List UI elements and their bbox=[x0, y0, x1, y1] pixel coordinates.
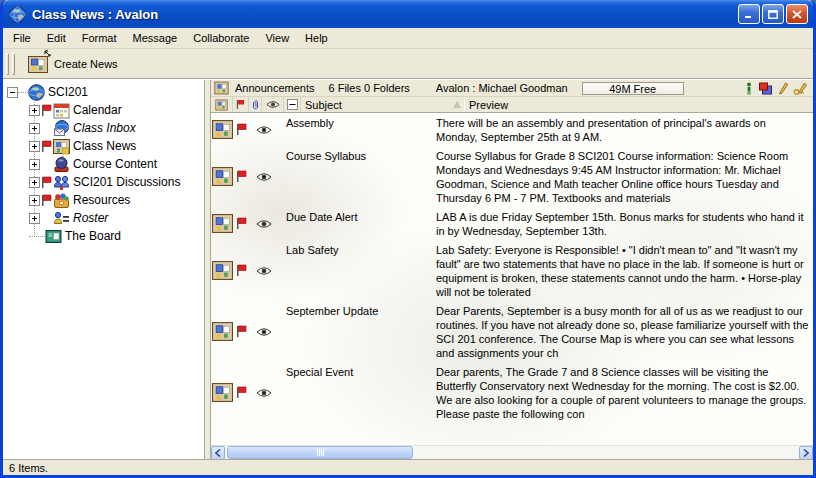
flag-icon bbox=[41, 194, 52, 207]
tree-stub bbox=[18, 92, 28, 93]
news-item-icon bbox=[212, 119, 233, 140]
menu-file[interactable]: File bbox=[5, 29, 39, 47]
status-bar: 6 Items. bbox=[3, 459, 813, 475]
message-preview: Dear Parents, September is a busy month … bbox=[436, 303, 813, 360]
toolbar-grip[interactable] bbox=[6, 53, 9, 75]
news-board-icon bbox=[53, 138, 70, 155]
message-preview: LAB A is due Friday September 15th. Bonu… bbox=[436, 209, 813, 238]
expand-plus-icon[interactable] bbox=[29, 123, 40, 134]
menu-bar: File Edit Format Message Collaborate Vie… bbox=[3, 28, 813, 49]
resources-icon bbox=[53, 192, 70, 209]
flag-icon bbox=[236, 99, 245, 110]
message-subject: Due Date Alert bbox=[286, 209, 436, 238]
row-gutter bbox=[211, 364, 286, 421]
pencil-key-icon[interactable] bbox=[793, 82, 809, 95]
chevron-left-icon bbox=[215, 449, 221, 457]
message-row[interactable]: Special Event Dear parents, The Grade 7 … bbox=[211, 362, 813, 423]
menu-edit[interactable]: Edit bbox=[39, 29, 74, 47]
message-row[interactable]: Course Syllabus Course Syllabus for Grad… bbox=[211, 146, 813, 207]
attachment-column-header[interactable] bbox=[249, 97, 262, 112]
viewed-column-header[interactable] bbox=[262, 97, 284, 112]
pencil-icon[interactable] bbox=[778, 82, 788, 95]
message-subject: Lab Safety bbox=[286, 242, 436, 299]
expand-plus-icon[interactable] bbox=[29, 213, 40, 224]
sort-ascending-icon bbox=[453, 101, 461, 108]
main-content: SCI201 Calendar Class Inbox bbox=[3, 79, 813, 459]
news-item-icon bbox=[212, 166, 233, 187]
scrollbar-track[interactable] bbox=[225, 446, 799, 460]
message-subject: September Update bbox=[286, 303, 436, 360]
collapse-minus-icon bbox=[287, 99, 298, 110]
menu-format[interactable]: Format bbox=[74, 29, 125, 47]
calendar-icon bbox=[53, 102, 70, 119]
files-folders-count: 6 Files 0 Folders bbox=[329, 82, 410, 94]
row-gutter bbox=[211, 115, 286, 144]
sidebar-item-label: Resources bbox=[73, 193, 130, 207]
globe-app-icon bbox=[9, 6, 26, 23]
menu-help[interactable]: Help bbox=[297, 29, 336, 47]
create-news-label: Create News bbox=[54, 58, 118, 70]
viewed-eye-icon bbox=[256, 125, 272, 135]
close-button[interactable] bbox=[786, 4, 808, 24]
row-gutter bbox=[211, 242, 286, 299]
news-item-icon bbox=[212, 213, 233, 234]
toolbar: Create News bbox=[3, 49, 813, 79]
message-row[interactable]: Assembly There will be an assembly and p… bbox=[211, 113, 813, 146]
discussions-icon bbox=[53, 174, 70, 191]
scroll-left-button[interactable] bbox=[211, 446, 225, 460]
flag-icon bbox=[236, 217, 247, 230]
news-item-icon bbox=[212, 382, 233, 403]
announcements-icon bbox=[214, 81, 229, 95]
row-gutter bbox=[211, 148, 286, 205]
scrollbar-thumb[interactable] bbox=[227, 446, 413, 459]
viewed-eye-icon bbox=[256, 172, 272, 182]
message-row[interactable]: September Update Dear Parents, September… bbox=[211, 301, 813, 362]
subject-column-header[interactable]: Subject bbox=[301, 97, 453, 112]
message-row[interactable]: Due Date Alert LAB A is due Friday Septe… bbox=[211, 207, 813, 240]
viewed-eye-icon bbox=[256, 266, 272, 276]
flag-icon bbox=[41, 140, 52, 153]
news-item-icon bbox=[212, 260, 233, 281]
flag-column-header[interactable] bbox=[233, 97, 249, 112]
collapse-all-button[interactable] bbox=[284, 97, 301, 112]
horizontal-scrollbar[interactable] bbox=[211, 445, 813, 459]
expand-plus-icon[interactable] bbox=[29, 177, 40, 188]
expand-plus-icon[interactable] bbox=[29, 195, 40, 206]
flag-icon bbox=[236, 170, 247, 183]
inbox-globe-icon bbox=[53, 120, 70, 137]
message-preview: Lab Safety: Everyone is Responsible! • "… bbox=[436, 242, 813, 299]
person-icon[interactable] bbox=[745, 82, 753, 95]
menu-message[interactable]: Message bbox=[125, 29, 186, 47]
expand-plus-icon[interactable] bbox=[29, 141, 40, 152]
scroll-right-button[interactable] bbox=[799, 446, 813, 460]
viewed-eye-icon bbox=[256, 388, 272, 398]
flag-icon bbox=[236, 325, 247, 338]
eye-icon bbox=[266, 100, 280, 109]
roster-icon bbox=[53, 210, 70, 227]
maximize-button[interactable] bbox=[762, 4, 784, 24]
overlapping-squares-icon[interactable] bbox=[758, 82, 773, 95]
preview-column-header[interactable]: Preview bbox=[465, 97, 813, 112]
toolbar-grip[interactable] bbox=[12, 53, 15, 75]
collapse-expander-icon[interactable] bbox=[7, 87, 18, 98]
create-news-icon bbox=[28, 54, 48, 74]
message-subject: Course Syllabus bbox=[286, 148, 436, 205]
title-bar[interactable]: Class News : Avalon bbox=[3, 0, 813, 28]
preview-column-label: Preview bbox=[469, 99, 508, 111]
expand-plus-icon[interactable] bbox=[29, 159, 40, 170]
expand-plus-icon[interactable] bbox=[29, 105, 40, 116]
menu-collaborate[interactable]: Collaborate bbox=[185, 29, 257, 47]
sidebar-tree: SCI201 Calendar Class Inbox bbox=[3, 80, 205, 459]
create-news-button[interactable]: Create News bbox=[25, 51, 125, 77]
globe-icon bbox=[28, 84, 45, 101]
item-type-column-header[interactable] bbox=[211, 97, 233, 112]
flag-icon bbox=[236, 386, 247, 399]
app-window: Class News : Avalon File Edit Format Mes… bbox=[0, 0, 816, 478]
sidebar-item-label: Class Inbox bbox=[73, 121, 136, 135]
row-gutter bbox=[211, 303, 286, 360]
minimize-button[interactable] bbox=[738, 4, 760, 24]
menu-view[interactable]: View bbox=[257, 29, 297, 47]
message-row[interactable]: Lab Safety Lab Safety: Everyone is Respo… bbox=[211, 240, 813, 301]
window-title: Class News : Avalon bbox=[32, 7, 738, 22]
sidebar-item-label: The Board bbox=[65, 229, 121, 243]
